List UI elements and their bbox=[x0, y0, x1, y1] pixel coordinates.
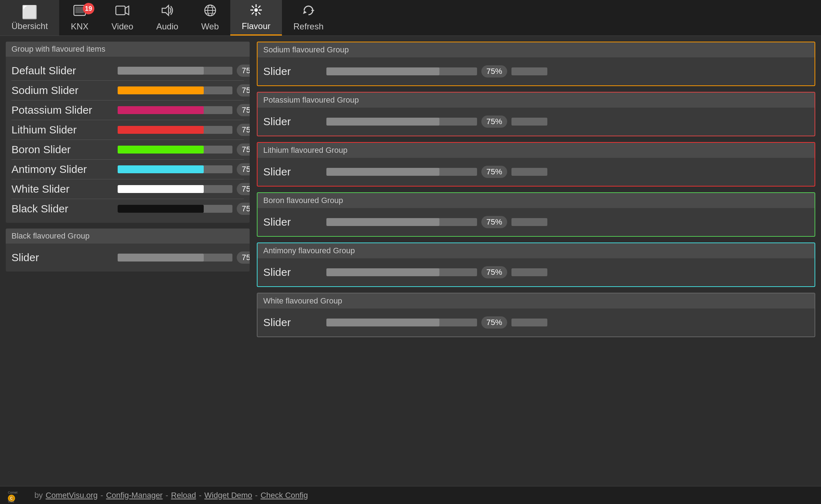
nav-label-ubersicht: Übersicht bbox=[11, 21, 48, 31]
slider-row-boron: Boron Slider 75% bbox=[11, 140, 244, 160]
group-antimony-flavoured: Antimony flavoured Group Slider 75% bbox=[257, 242, 815, 287]
slider-value-sodium: 75% bbox=[237, 84, 250, 96]
slider-track-container-antimony-group: 75% bbox=[326, 266, 809, 278]
nav-item-video[interactable]: Video bbox=[100, 0, 145, 36]
svg-line-16 bbox=[258, 12, 260, 14]
slider-right-track-white-group[interactable] bbox=[511, 319, 547, 326]
footer-link-widget-demo[interactable]: Widget Demo bbox=[204, 491, 252, 500]
slider-row-antimony-group: Slider 75% bbox=[263, 263, 809, 282]
slider-track-white[interactable] bbox=[118, 185, 232, 193]
slider-label-potassium: Potassium Slider bbox=[11, 104, 112, 116]
svg-line-15 bbox=[252, 6, 254, 8]
nav-item-refresh[interactable]: Refresh bbox=[282, 0, 335, 36]
footer-link-reload[interactable]: Reload bbox=[171, 491, 196, 500]
slider-track-container-sodium: 75% bbox=[118, 84, 244, 96]
slider-row-black: Black Slider 75% bbox=[11, 199, 244, 218]
nav-item-web[interactable]: Web bbox=[190, 0, 230, 36]
slider-fill-antimony bbox=[118, 165, 204, 173]
refresh-icon bbox=[301, 4, 316, 20]
group-boron-flavoured: Boron flavoured Group Slider 75% bbox=[257, 192, 815, 237]
slider-track-container-antimony: 75% bbox=[118, 163, 244, 175]
slider-track-container-potassium-group: 75% bbox=[326, 116, 809, 128]
nav-item-audio[interactable]: Audio bbox=[145, 0, 190, 36]
slider-track-lithium[interactable] bbox=[118, 126, 232, 134]
slider-right-track-lithium-group[interactable] bbox=[511, 168, 547, 176]
slider-value-potassium: 75% bbox=[237, 104, 250, 116]
slider-track-white-group[interactable] bbox=[326, 319, 477, 326]
footer-link-cometvisu[interactable]: CometVisu.org bbox=[46, 491, 98, 500]
slider-fill-antimony-group bbox=[326, 268, 439, 276]
svg-marker-3 bbox=[125, 6, 129, 15]
group-white-flavoured: White flavoured Group Slider 75% bbox=[257, 293, 815, 337]
group-flavoured-items: Group with flavoured items Default Slide… bbox=[6, 42, 250, 223]
group-white-flavoured-title: White flavoured Group bbox=[258, 293, 815, 308]
group-sodium-flavoured-title: Sodium flavoured Group bbox=[258, 42, 815, 57]
slider-right-track-sodium-group[interactable] bbox=[511, 67, 547, 75]
left-panel: Group with flavoured items Default Slide… bbox=[6, 42, 250, 480]
slider-label-default: Default Slider bbox=[11, 65, 112, 77]
svg-rect-2 bbox=[116, 6, 125, 15]
nav-item-knx[interactable]: 19 KNX bbox=[59, 0, 100, 36]
slider-fill-lithium-group bbox=[326, 168, 439, 176]
slider-right-track-boron-group[interactable] bbox=[511, 218, 547, 226]
group-black-flavoured-title: Black flavoured Group bbox=[6, 229, 250, 244]
slider-label-black: Black Slider bbox=[11, 203, 112, 215]
nav-item-ubersicht[interactable]: ⬜ Übersicht bbox=[0, 0, 59, 36]
slider-row-potassium-group: Slider 75% bbox=[263, 112, 809, 131]
ubersicht-icon: ⬜ bbox=[22, 5, 38, 20]
slider-fill-white-group bbox=[326, 319, 439, 326]
slider-track-sodium-group[interactable] bbox=[326, 67, 477, 75]
slider-track-container-potassium: 75% bbox=[118, 104, 244, 116]
slider-track-boron-group[interactable] bbox=[326, 218, 477, 226]
footer-sep-3: - bbox=[199, 491, 201, 500]
flavour-icon bbox=[249, 4, 263, 20]
slider-row-black-group: Slider 75% bbox=[11, 248, 244, 267]
slider-row-lithium-group: Slider 75% bbox=[263, 162, 809, 182]
group-boron-flavoured-title: Boron flavoured Group bbox=[258, 193, 815, 208]
group-white-flavoured-body: Slider 75% bbox=[258, 308, 815, 336]
nav-label-flavour: Flavour bbox=[242, 21, 270, 31]
svg-marker-4 bbox=[162, 5, 169, 15]
right-panel: Sodium flavoured Group Slider 75% Potass… bbox=[257, 42, 815, 480]
slider-value-boron: 75% bbox=[237, 143, 250, 156]
slider-label-black-group: Slider bbox=[11, 251, 112, 264]
group-potassium-flavoured-title: Potassium flavoured Group bbox=[258, 93, 815, 108]
slider-track-boron[interactable] bbox=[118, 146, 232, 154]
slider-track-container-lithium-group: 75% bbox=[326, 166, 809, 178]
audio-icon bbox=[161, 4, 174, 20]
footer-link-config-manager[interactable]: Config-Manager bbox=[106, 491, 163, 500]
slider-track-black[interactable] bbox=[118, 205, 232, 213]
group-antimony-flavoured-title: Antimony flavoured Group bbox=[258, 243, 815, 258]
svg-point-10 bbox=[254, 8, 258, 12]
slider-fill-potassium-group bbox=[326, 118, 439, 126]
footer-by: by bbox=[34, 491, 43, 500]
slider-right-track-potassium-group[interactable] bbox=[511, 118, 547, 126]
nav-label-refresh: Refresh bbox=[293, 22, 324, 32]
nav-item-flavour[interactable]: Flavour bbox=[230, 0, 282, 36]
slider-row-default: Default Slider 75% bbox=[11, 61, 244, 81]
slider-label-boron-group: Slider bbox=[263, 216, 321, 228]
slider-value-antimony-group: 75% bbox=[481, 266, 507, 278]
slider-track-potassium[interactable] bbox=[118, 106, 232, 114]
nav-label-video: Video bbox=[112, 22, 133, 32]
slider-track-default[interactable] bbox=[118, 67, 232, 75]
slider-row-sodium: Sodium Slider 75% bbox=[11, 81, 244, 100]
slider-track-sodium[interactable] bbox=[118, 86, 232, 94]
slider-label-sodium-group: Slider bbox=[263, 65, 321, 77]
slider-right-track-antimony-group[interactable] bbox=[511, 268, 547, 276]
slider-track-black-group[interactable] bbox=[118, 254, 232, 262]
slider-track-antimony[interactable] bbox=[118, 165, 232, 173]
footer: C Comet Visu by CometVisu.org - Config-M… bbox=[0, 486, 821, 504]
slider-track-container-boron: 75% bbox=[118, 143, 244, 156]
slider-track-container-black: 75% bbox=[118, 203, 244, 215]
slider-value-lithium-group: 75% bbox=[481, 166, 507, 178]
group-lithium-flavoured-title: Lithium flavoured Group bbox=[258, 143, 815, 158]
footer-link-check-config[interactable]: Check Config bbox=[260, 491, 308, 500]
slider-fill-boron bbox=[118, 146, 204, 154]
slider-track-antimony-group[interactable] bbox=[326, 268, 477, 276]
group-lithium-flavoured-body: Slider 75% bbox=[258, 158, 815, 186]
slider-value-lithium: 75% bbox=[237, 124, 250, 136]
slider-track-potassium-group[interactable] bbox=[326, 118, 477, 126]
slider-track-container-boron-group: 75% bbox=[326, 216, 809, 228]
slider-track-lithium-group[interactable] bbox=[326, 168, 477, 176]
